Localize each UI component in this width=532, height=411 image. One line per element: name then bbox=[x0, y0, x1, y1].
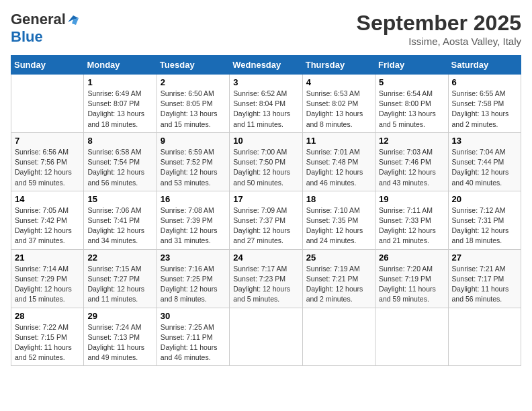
day-number: 12 bbox=[379, 136, 444, 146]
calendar-cell: 5Sunrise: 6:54 AMSunset: 8:00 PMDaylight… bbox=[375, 75, 448, 133]
col-header-tuesday: Tuesday bbox=[157, 56, 229, 75]
day-number: 22 bbox=[87, 253, 152, 263]
day-number: 4 bbox=[306, 77, 371, 87]
day-number: 8 bbox=[87, 136, 152, 146]
col-header-monday: Monday bbox=[84, 56, 157, 75]
calendar-cell bbox=[448, 308, 521, 366]
calendar-cell: 10Sunrise: 7:00 AMSunset: 7:50 PMDayligh… bbox=[230, 132, 302, 191]
calendar-cell bbox=[11, 75, 84, 133]
day-info: Sunrise: 6:55 AMSunset: 7:58 PMDaylight:… bbox=[452, 89, 517, 130]
calendar-cell: 4Sunrise: 6:53 AMSunset: 8:02 PMDaylight… bbox=[302, 75, 375, 133]
day-number: 9 bbox=[161, 136, 226, 146]
day-number: 28 bbox=[15, 311, 80, 321]
calendar-cell: 6Sunrise: 6:55 AMSunset: 7:58 PMDaylight… bbox=[448, 75, 521, 133]
calendar-cell: 7Sunrise: 6:56 AMSunset: 7:56 PMDaylight… bbox=[11, 132, 84, 191]
calendar-cell: 12Sunrise: 7:03 AMSunset: 7:46 PMDayligh… bbox=[375, 132, 448, 191]
day-number: 10 bbox=[233, 136, 298, 146]
day-info: Sunrise: 7:09 AMSunset: 7:37 PMDaylight:… bbox=[233, 205, 298, 246]
col-header-thursday: Thursday bbox=[302, 56, 375, 75]
logo-text-general: General bbox=[11, 11, 66, 28]
day-info: Sunrise: 7:11 AMSunset: 7:33 PMDaylight:… bbox=[379, 205, 444, 246]
day-number: 21 bbox=[15, 253, 80, 263]
calendar-cell: 25Sunrise: 7:19 AMSunset: 7:21 PMDayligh… bbox=[302, 249, 375, 308]
day-info: Sunrise: 7:12 AMSunset: 7:31 PMDaylight:… bbox=[452, 205, 517, 246]
calendar-cell: 30Sunrise: 7:25 AMSunset: 7:11 PMDayligh… bbox=[157, 308, 229, 366]
day-number: 5 bbox=[379, 77, 444, 87]
calendar-cell bbox=[375, 308, 448, 366]
day-number: 3 bbox=[233, 77, 298, 87]
day-number: 24 bbox=[233, 253, 298, 263]
day-info: Sunrise: 7:16 AMSunset: 7:25 PMDaylight:… bbox=[161, 264, 226, 305]
day-number: 2 bbox=[161, 77, 226, 87]
day-info: Sunrise: 7:15 AMSunset: 7:27 PMDaylight:… bbox=[87, 264, 152, 305]
day-number: 30 bbox=[161, 311, 226, 321]
col-header-wednesday: Wednesday bbox=[230, 56, 302, 75]
day-number: 15 bbox=[87, 194, 152, 204]
day-info: Sunrise: 7:20 AMSunset: 7:19 PMDaylight:… bbox=[379, 264, 444, 305]
day-info: Sunrise: 6:50 AMSunset: 8:05 PMDaylight:… bbox=[161, 89, 226, 130]
day-info: Sunrise: 7:24 AMSunset: 7:13 PMDaylight:… bbox=[87, 322, 152, 363]
calendar-cell: 27Sunrise: 7:21 AMSunset: 7:17 PMDayligh… bbox=[448, 249, 521, 308]
day-number: 11 bbox=[306, 136, 371, 146]
month-title: September 2025 bbox=[357, 11, 521, 36]
day-number: 27 bbox=[452, 253, 517, 263]
day-number: 23 bbox=[161, 253, 226, 263]
day-info: Sunrise: 7:10 AMSunset: 7:35 PMDaylight:… bbox=[306, 205, 371, 246]
calendar-cell: 15Sunrise: 7:06 AMSunset: 7:41 PMDayligh… bbox=[84, 191, 157, 249]
day-number: 14 bbox=[15, 194, 80, 204]
calendar-cell: 24Sunrise: 7:17 AMSunset: 7:23 PMDayligh… bbox=[230, 249, 302, 308]
calendar-cell: 29Sunrise: 7:24 AMSunset: 7:13 PMDayligh… bbox=[84, 308, 157, 366]
col-header-sunday: Sunday bbox=[11, 56, 84, 75]
day-number: 26 bbox=[379, 253, 444, 263]
col-header-saturday: Saturday bbox=[448, 56, 521, 75]
col-header-friday: Friday bbox=[375, 56, 448, 75]
calendar-cell bbox=[230, 308, 302, 366]
day-info: Sunrise: 6:53 AMSunset: 8:02 PMDaylight:… bbox=[306, 89, 371, 130]
day-info: Sunrise: 7:05 AMSunset: 7:42 PMDaylight:… bbox=[15, 205, 80, 246]
logo-bird-icon bbox=[66, 13, 79, 25]
calendar-cell: 22Sunrise: 7:15 AMSunset: 7:27 PMDayligh… bbox=[84, 249, 157, 308]
calendar-cell: 26Sunrise: 7:20 AMSunset: 7:19 PMDayligh… bbox=[375, 249, 448, 308]
calendar-cell: 28Sunrise: 7:22 AMSunset: 7:15 PMDayligh… bbox=[11, 308, 84, 366]
calendar-cell: 17Sunrise: 7:09 AMSunset: 7:37 PMDayligh… bbox=[230, 191, 302, 249]
day-number: 16 bbox=[161, 194, 226, 204]
calendar-cell: 23Sunrise: 7:16 AMSunset: 7:25 PMDayligh… bbox=[157, 249, 229, 308]
day-number: 19 bbox=[379, 194, 444, 204]
day-info: Sunrise: 7:25 AMSunset: 7:11 PMDaylight:… bbox=[161, 322, 226, 363]
day-info: Sunrise: 7:03 AMSunset: 7:46 PMDaylight:… bbox=[379, 147, 444, 188]
day-info: Sunrise: 6:54 AMSunset: 8:00 PMDaylight:… bbox=[379, 89, 444, 130]
calendar-cell: 8Sunrise: 6:58 AMSunset: 7:54 PMDaylight… bbox=[84, 132, 157, 191]
calendar-cell: 20Sunrise: 7:12 AMSunset: 7:31 PMDayligh… bbox=[448, 191, 521, 249]
day-number: 1 bbox=[87, 77, 152, 87]
calendar-cell: 3Sunrise: 6:52 AMSunset: 8:04 PMDaylight… bbox=[230, 75, 302, 133]
day-number: 20 bbox=[452, 194, 517, 204]
day-number: 29 bbox=[87, 311, 152, 321]
day-info: Sunrise: 7:14 AMSunset: 7:29 PMDaylight:… bbox=[15, 264, 80, 305]
day-info: Sunrise: 7:08 AMSunset: 7:39 PMDaylight:… bbox=[161, 205, 226, 246]
page-header: General Blue September 2025 Issime, Aost… bbox=[11, 11, 521, 47]
day-number: 25 bbox=[306, 253, 371, 263]
calendar-cell: 13Sunrise: 7:04 AMSunset: 7:44 PMDayligh… bbox=[448, 132, 521, 191]
calendar-cell: 2Sunrise: 6:50 AMSunset: 8:05 PMDaylight… bbox=[157, 75, 229, 133]
calendar-cell: 21Sunrise: 7:14 AMSunset: 7:29 PMDayligh… bbox=[11, 249, 84, 308]
day-info: Sunrise: 6:52 AMSunset: 8:04 PMDaylight:… bbox=[233, 89, 298, 130]
day-info: Sunrise: 7:01 AMSunset: 7:48 PMDaylight:… bbox=[306, 147, 371, 188]
calendar-cell: 19Sunrise: 7:11 AMSunset: 7:33 PMDayligh… bbox=[375, 191, 448, 249]
calendar-cell: 9Sunrise: 6:59 AMSunset: 7:52 PMDaylight… bbox=[157, 132, 229, 191]
day-number: 18 bbox=[306, 194, 371, 204]
day-info: Sunrise: 7:22 AMSunset: 7:15 PMDaylight:… bbox=[15, 322, 80, 363]
logo: General Blue bbox=[11, 11, 79, 46]
calendar-cell: 14Sunrise: 7:05 AMSunset: 7:42 PMDayligh… bbox=[11, 191, 84, 249]
day-number: 6 bbox=[452, 77, 517, 87]
day-info: Sunrise: 6:49 AMSunset: 8:07 PMDaylight:… bbox=[87, 89, 152, 130]
day-info: Sunrise: 7:00 AMSunset: 7:50 PMDaylight:… bbox=[233, 147, 298, 188]
location: Issime, Aosta Valley, Italy bbox=[357, 36, 521, 47]
day-info: Sunrise: 6:56 AMSunset: 7:56 PMDaylight:… bbox=[15, 147, 80, 188]
day-number: 13 bbox=[452, 136, 517, 146]
day-info: Sunrise: 6:58 AMSunset: 7:54 PMDaylight:… bbox=[87, 147, 152, 188]
day-info: Sunrise: 7:21 AMSunset: 7:17 PMDaylight:… bbox=[452, 264, 517, 305]
day-info: Sunrise: 7:04 AMSunset: 7:44 PMDaylight:… bbox=[452, 147, 517, 188]
title-area: September 2025 Issime, Aosta Valley, Ita… bbox=[357, 11, 521, 47]
day-info: Sunrise: 7:19 AMSunset: 7:21 PMDaylight:… bbox=[306, 264, 371, 305]
calendar-cell: 16Sunrise: 7:08 AMSunset: 7:39 PMDayligh… bbox=[157, 191, 229, 249]
